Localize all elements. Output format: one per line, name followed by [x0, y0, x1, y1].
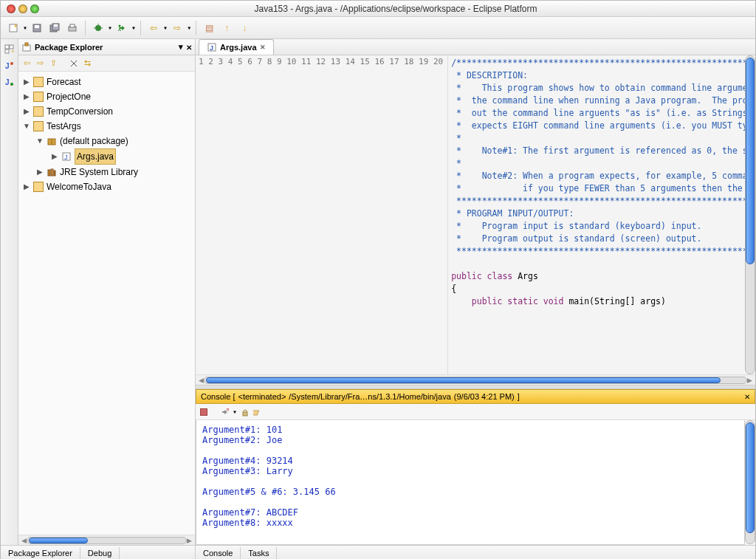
window-zoom-button[interactable] [30, 4, 39, 13]
window: Java153 - Args.java - /Applications/ecli… [0, 0, 756, 559]
tab-tasks[interactable]: Tasks [241, 547, 277, 559]
content: + J J Package Explorer ▾ ✕ ⇦ ⇨ [1, 39, 755, 545]
package-tree[interactable]: ▶ Forecast ▶ ProjectOne ▶ TempConversion… [18, 72, 195, 535]
save-all-icon[interactable] [47, 20, 63, 36]
package-explorer-header: Package Explorer ▾ ✕ [18, 39, 195, 55]
view-menu-icon[interactable]: ▾ [179, 42, 183, 52]
tree-h-scroll[interactable]: ◀ ▶ [18, 535, 195, 545]
open-perspective-icon[interactable]: + [4, 44, 16, 55]
svg-point-25 [10, 83, 13, 86]
right-bottom-tabs: Console Tasks [196, 545, 755, 559]
project-folder-icon [33, 77, 44, 87]
tab-args-java[interactable]: J Args.java ✕ [199, 39, 274, 55]
file-args-java[interactable]: ▶ J Args.java [20, 148, 193, 165]
dropdown-arrow-icon[interactable]: ▾ [233, 408, 237, 416]
svg-rect-42 [253, 411, 259, 415]
editor-h-scroll[interactable]: ◀ ▶ [196, 374, 755, 385]
left-bottom-tabs: Package Explorer Debug [1, 545, 196, 559]
editor-area: J Args.java ✕ 1 2 3 4 5 6 7 8 9 10 11 12… [196, 39, 755, 545]
collapse-icon[interactable]: ▼ [23, 119, 30, 134]
toggle-icon[interactable]: ▤ [201, 20, 217, 36]
nav-back-icon[interactable]: ⇦ [145, 20, 162, 36]
link-editor-icon[interactable]: ⇆ [82, 58, 92, 69]
editor-v-scroll[interactable] [745, 55, 755, 374]
print-icon[interactable] [64, 20, 80, 36]
project-tempconversion[interactable]: ▶ TempConversion [20, 104, 193, 119]
close-view-icon[interactable]: ✕ [186, 43, 192, 52]
java-file-icon: J [207, 42, 217, 52]
project-projectone[interactable]: ▶ ProjectOne [20, 89, 193, 104]
editor: 1 2 3 4 5 6 7 8 9 10 11 12 13 14 15 16 1… [196, 55, 755, 374]
up-arrow-icon[interactable]: ↑ [219, 20, 235, 36]
java-file-icon: J [61, 151, 72, 162]
svg-rect-4 [35, 25, 39, 28]
svg-rect-34 [48, 170, 50, 176]
svg-point-10 [95, 25, 101, 31]
svg-rect-18 [5, 45, 9, 49]
nav-forward-icon[interactable]: ⇨ [169, 20, 185, 36]
default-package[interactable]: ▼ (default package) [20, 134, 193, 148]
close-console-icon[interactable]: ✕ [744, 393, 750, 401]
collapse-all-icon[interactable] [69, 58, 79, 69]
back-icon[interactable]: ⇦ [21, 58, 32, 69]
save-icon[interactable] [29, 20, 45, 36]
package-icon [47, 136, 57, 146]
dropdown-arrow-icon[interactable]: ▾ [131, 24, 136, 32]
code-area[interactable]: /***************************************… [448, 55, 745, 374]
console-v-scroll[interactable] [745, 420, 755, 544]
svg-rect-7 [54, 24, 58, 27]
main-toolbar: ▾ ▾ ▾ ⇦ ▾ ⇨ ▾ ▤ ↑ ↓ [1, 17, 755, 39]
project-forecast[interactable]: ▶ Forecast [20, 75, 193, 89]
project-testargs[interactable]: ▼ TestArgs [20, 119, 193, 134]
jre-library[interactable]: ▶ JRE System Library [20, 165, 193, 179]
window-minimize-button[interactable] [18, 4, 27, 13]
tab-debug[interactable]: Debug [80, 547, 120, 559]
console-toolbar: ▾ [196, 404, 755, 420]
tab-console[interactable]: Console [196, 547, 241, 559]
expand-icon[interactable]: ▶ [23, 75, 30, 89]
svg-rect-20 [5, 49, 9, 53]
close-tab-icon[interactable]: ✕ [260, 44, 266, 51]
console-output[interactable]: Argument#1: 101 Argument#2: Joe Argument… [196, 420, 744, 544]
expand-icon[interactable]: ▶ [23, 89, 30, 104]
scroll-lock-icon[interactable] [240, 407, 250, 417]
console-process: /System/Library/Fra…ns/1.3.1/Home/bin/ja… [289, 392, 450, 401]
tab-package-explorer[interactable]: Package Explorer [1, 547, 80, 559]
dropdown-arrow-icon[interactable]: ▾ [163, 24, 168, 32]
svg-line-17 [120, 30, 121, 31]
console-output-wrap: Argument#1: 101 Argument#2: Joe Argument… [196, 420, 755, 545]
expand-icon[interactable]: ▶ [23, 104, 30, 119]
terminate-icon[interactable] [200, 408, 207, 416]
up-icon[interactable]: ⇧ [48, 58, 58, 69]
svg-text:J: J [5, 62, 10, 70]
editor-tabs: J Args.java ✕ [196, 39, 755, 55]
remove-terminated-icon[interactable] [219, 407, 230, 417]
expand-icon[interactable]: ▶ [36, 165, 44, 179]
expand-icon[interactable]: ▶ [51, 149, 58, 164]
dropdown-arrow-icon[interactable]: ▾ [108, 24, 112, 32]
project-welcometojava[interactable]: ▶ WelcomeToJava [20, 179, 193, 194]
collapse-icon[interactable]: ▼ [36, 134, 44, 148]
svg-point-23 [10, 62, 13, 65]
titlebar: Java153 - Args.java - /Applications/ecli… [1, 1, 755, 17]
console-status: <terminated> [238, 392, 286, 401]
svg-text:J: J [5, 78, 10, 86]
package-explorer-toolbar: ⇦ ⇨ ⇧ ⇆ [18, 55, 195, 72]
debug-perspective-icon[interactable]: J [4, 76, 16, 88]
new-icon[interactable] [5, 20, 21, 36]
java-perspective-icon[interactable]: J [4, 60, 16, 72]
project-folder-icon [33, 106, 44, 117]
forward-icon[interactable]: ⇨ [35, 58, 45, 69]
down-arrow-icon[interactable]: ↓ [236, 20, 252, 36]
dropdown-arrow-icon[interactable]: ▾ [23, 24, 27, 32]
package-explorer-title: Package Explorer [35, 43, 103, 52]
svg-rect-36 [54, 171, 55, 176]
dropdown-arrow-icon[interactable]: ▾ [187, 24, 191, 32]
expand-icon[interactable]: ▶ [23, 179, 30, 194]
window-close-button[interactable] [7, 4, 16, 13]
clear-console-icon[interactable] [253, 407, 264, 417]
debug-icon[interactable] [90, 20, 106, 36]
perspective-bar: + J J [1, 39, 18, 545]
console-timestamp: (9/6/03 4:21 PM) [454, 392, 515, 401]
run-icon[interactable] [114, 20, 130, 36]
